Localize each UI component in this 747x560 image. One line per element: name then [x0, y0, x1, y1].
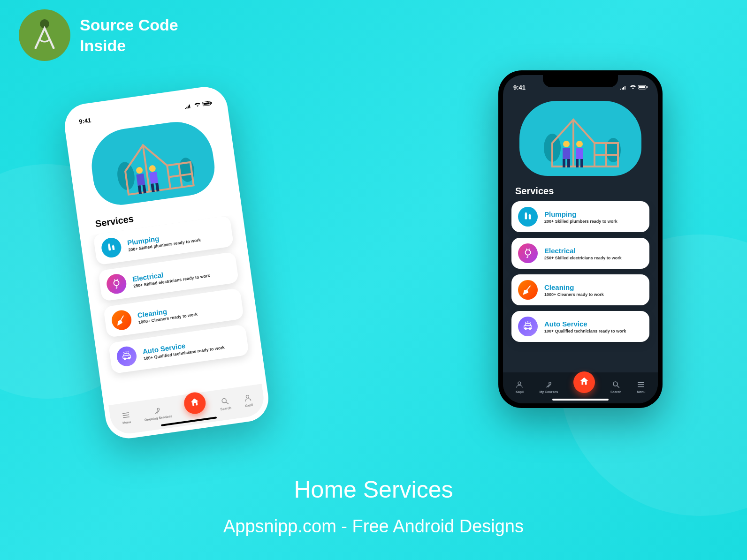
nav-search[interactable]: Search — [610, 380, 621, 394]
service-list-light: Plumping200+ Skilled plumbers ready to w… — [84, 214, 262, 405]
svg-point-65 — [525, 328, 527, 330]
svg-rect-11 — [136, 174, 145, 186]
service-card-electrical[interactable]: Electrical250+ Skilled electricians read… — [511, 238, 649, 269]
service-card-plumping[interactable]: Plumping200+ Skilled plumbers ready to w… — [511, 201, 649, 232]
home-indicator — [552, 399, 609, 401]
svg-rect-40 — [639, 86, 645, 88]
svg-point-71 — [549, 382, 551, 385]
svg-rect-41 — [647, 86, 648, 88]
footer: Home Services Appsnipp.com - Free Androi… — [0, 476, 747, 537]
svg-point-60 — [526, 250, 531, 255]
svg-line-33 — [122, 415, 129, 416]
menu-icon — [637, 380, 645, 389]
nav-menu[interactable]: Menu — [121, 410, 131, 424]
svg-point-35 — [157, 408, 160, 410]
svg-point-48 — [563, 141, 570, 147]
service-subtitle: 250+ Skilled electricians ready to work — [544, 256, 622, 260]
service-subtitle: 1000+ Cleaners ready to work — [544, 292, 604, 297]
status-time: 9:41 — [78, 116, 91, 125]
svg-point-72 — [613, 382, 617, 386]
svg-rect-51 — [567, 159, 570, 167]
svg-point-28 — [128, 357, 130, 359]
nav-home-button[interactable] — [183, 391, 207, 416]
nav-search[interactable]: Search — [219, 396, 231, 411]
source-code-badge: Source Code Inside — [19, 9, 178, 61]
svg-point-70 — [518, 382, 521, 385]
service-list-dark: Plumping200+ Skilled plumbers ready to w… — [503, 201, 658, 372]
service-title: Plumping — [544, 210, 617, 218]
svg-point-66 — [529, 328, 531, 330]
svg-point-14 — [149, 165, 156, 172]
service-title: Cleaning — [544, 283, 604, 291]
service-card-auto-service[interactable]: Auto Service100+ Qualified technicians r… — [511, 311, 649, 342]
svg-rect-19 — [112, 246, 115, 250]
status-icons — [184, 100, 212, 109]
svg-rect-58 — [526, 212, 527, 214]
phone-notch — [543, 75, 618, 87]
badge-line2: Inside — [80, 35, 178, 56]
svg-line-69 — [530, 322, 531, 323]
svg-line-37 — [226, 402, 229, 404]
search-icon — [612, 380, 620, 389]
section-title: Services — [503, 183, 658, 201]
car-icon — [518, 317, 538, 336]
status-icons — [620, 85, 648, 90]
service-title: Auto Service — [544, 320, 626, 328]
nav-label: Kapil — [245, 403, 253, 407]
svg-rect-50 — [563, 159, 565, 167]
nav-kapil[interactable]: Kapil — [515, 380, 524, 394]
menu-icon — [121, 410, 130, 420]
service-subtitle: 200+ Skilled plumbers ready to work — [544, 219, 617, 224]
nav-ongoing-services[interactable]: Ongoing Services — [143, 405, 173, 422]
hero-illustration — [503, 94, 658, 183]
search-icon — [220, 396, 229, 406]
svg-line-34 — [123, 417, 129, 418]
svg-line-67 — [526, 322, 526, 323]
svg-line-32 — [122, 413, 129, 414]
svg-rect-53 — [576, 148, 583, 159]
svg-rect-20 — [108, 243, 110, 245]
nav-label: Search — [610, 390, 621, 394]
badge-line1: Source Code — [80, 15, 178, 35]
service-card-cleaning[interactable]: Cleaning1000+ Cleaners ready to work — [511, 274, 649, 305]
svg-rect-15 — [149, 172, 158, 184]
home-icon — [189, 396, 201, 410]
svg-line-73 — [617, 386, 619, 388]
svg-point-27 — [124, 358, 126, 360]
svg-rect-2 — [203, 102, 209, 105]
broom-icon — [110, 309, 132, 331]
footer-title: Home Services — [0, 476, 747, 503]
svg-point-52 — [576, 141, 583, 147]
plumbing-icon — [100, 236, 122, 258]
car-icon — [115, 345, 137, 367]
svg-rect-54 — [576, 159, 579, 167]
svg-point-22 — [114, 280, 119, 286]
svg-rect-21 — [112, 245, 114, 246]
nav-home-button[interactable] — [573, 371, 595, 393]
nav-my-courses[interactable]: My Courses — [539, 380, 558, 394]
nav-label: My Courses — [539, 390, 558, 394]
svg-line-29 — [123, 352, 124, 353]
svg-line-63 — [527, 286, 530, 290]
svg-rect-59 — [529, 214, 531, 216]
user-icon — [515, 380, 524, 389]
svg-rect-49 — [563, 148, 570, 159]
nav-label: Menu — [637, 390, 645, 394]
footer-subtitle: Appsnipp.com - Free Android Designs — [0, 516, 747, 537]
nav-label: Search — [220, 406, 231, 411]
svg-point-36 — [221, 398, 226, 403]
svg-rect-55 — [580, 159, 583, 167]
nav-kapil[interactable]: Kapil — [243, 394, 253, 408]
service-title: Electrical — [544, 247, 622, 255]
svg-rect-57 — [529, 215, 531, 219]
svg-point-10 — [136, 166, 143, 174]
tools-icon — [152, 406, 162, 416]
plug-icon — [518, 243, 538, 263]
svg-line-31 — [128, 351, 129, 352]
user-icon — [243, 394, 252, 403]
nav-menu[interactable]: Menu — [637, 380, 645, 394]
broom-icon — [518, 280, 538, 300]
service-subtitle: 100+ Qualified technicians ready to work — [544, 329, 626, 333]
phone-mockup-dark: 9:41 Serv — [498, 70, 663, 408]
svg-rect-18 — [108, 244, 111, 250]
